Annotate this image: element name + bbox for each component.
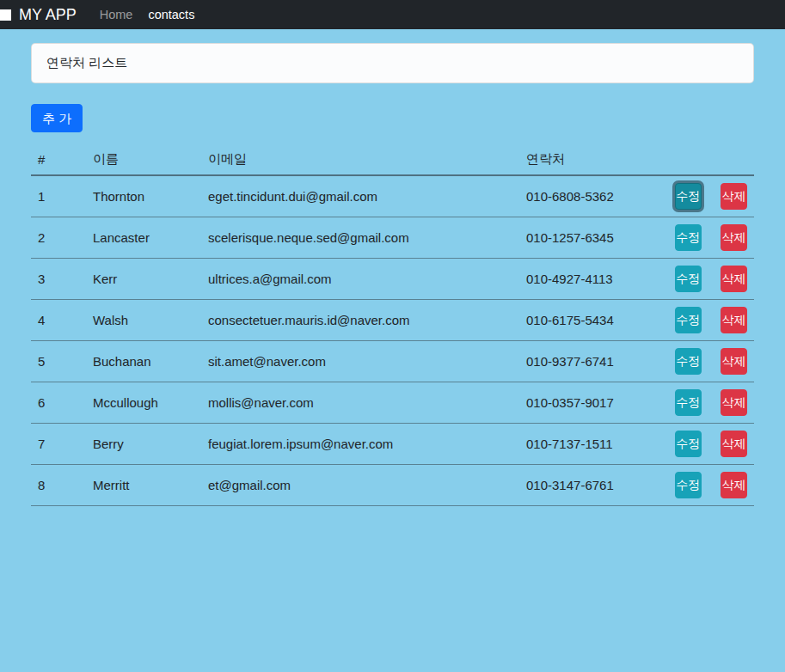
navbar-brand[interactable]: MY APP <box>19 6 77 24</box>
delete-button[interactable]: 삭제 <box>721 307 747 333</box>
row-phone: 010-3147-6761 <box>519 465 663 506</box>
row-email: consectetuer.mauris.id@naver.com <box>201 300 519 341</box>
contacts-table-body: 1 Thornton eget.tincidunt.dui@gmail.com … <box>31 175 754 506</box>
row-name: Walsh <box>86 300 201 341</box>
row-index: 5 <box>31 341 86 382</box>
row-actions: 수정 삭제 <box>663 341 754 382</box>
header-index: # <box>31 144 86 175</box>
row-index: 1 <box>31 175 86 217</box>
main-content: 연락처 리스트 추 가 # 이름 이메일 연락처 1 Thornton eget… <box>0 43 785 506</box>
edit-button[interactable]: 수정 <box>675 224 702 251</box>
row-phone: 010-7137-1511 <box>519 424 663 465</box>
row-phone: 010-4927-4113 <box>519 259 663 300</box>
row-index: 4 <box>31 300 86 341</box>
table-row: 7 Berry feugiat.lorem.ipsum@naver.com 01… <box>31 424 754 465</box>
add-contact-button[interactable]: 추 가 <box>31 104 83 132</box>
contacts-table: # 이름 이메일 연락처 1 Thornton eget.tincidunt.d… <box>31 144 754 506</box>
delete-button[interactable]: 삭제 <box>721 266 747 292</box>
page-title-card: 연락처 리스트 <box>31 43 754 83</box>
table-row: 8 Merritt et@gmail.com 010-3147-6761 수정 … <box>31 465 754 506</box>
row-phone: 010-6808-5362 <box>519 175 663 217</box>
row-actions: 수정 삭제 <box>663 217 754 259</box>
edit-button[interactable]: 수정 <box>675 431 702 457</box>
delete-button[interactable]: 삭제 <box>721 389 747 416</box>
navbar: MY APP Home contacts <box>0 0 785 29</box>
row-email: feugiat.lorem.ipsum@naver.com <box>201 424 519 465</box>
row-index: 7 <box>31 424 86 465</box>
row-email: et@gmail.com <box>201 465 519 506</box>
contacts-table-head: # 이름 이메일 연락처 <box>31 144 754 175</box>
edit-button[interactable]: 수정 <box>675 307 702 333</box>
row-index: 2 <box>31 217 86 259</box>
row-actions: 수정 삭제 <box>663 382 754 424</box>
row-actions: 수정 삭제 <box>663 424 754 465</box>
edit-button[interactable]: 수정 <box>675 389 702 416</box>
row-phone: 010-6175-5434 <box>519 300 663 341</box>
edit-button[interactable]: 수정 <box>675 183 702 210</box>
table-row: 4 Walsh consectetuer.mauris.id@naver.com… <box>31 300 754 341</box>
row-actions: 수정 삭제 <box>663 175 754 217</box>
row-name: Berry <box>86 424 201 465</box>
row-index: 8 <box>31 465 86 506</box>
nav-item-home[interactable]: Home <box>92 4 141 25</box>
header-phone: 연락처 <box>519 144 663 175</box>
header-email: 이메일 <box>201 144 519 175</box>
header-name: 이름 <box>86 144 201 175</box>
row-email: sit.amet@naver.com <box>201 341 519 382</box>
row-name: Thornton <box>86 175 201 217</box>
row-index: 6 <box>31 382 86 424</box>
row-phone: 010-1257-6345 <box>519 217 663 259</box>
nav-item-contacts[interactable]: contacts <box>140 4 202 25</box>
row-name: Mccullough <box>86 382 201 424</box>
edit-button[interactable]: 수정 <box>675 472 702 498</box>
row-actions: 수정 삭제 <box>663 465 754 506</box>
table-row: 3 Kerr ultrices.a@gmail.com 010-4927-411… <box>31 259 754 300</box>
table-row: 6 Mccullough mollis@naver.com 010-0357-9… <box>31 382 754 424</box>
edit-button[interactable]: 수정 <box>675 348 702 375</box>
row-phone: 010-0357-9017 <box>519 382 663 424</box>
row-index: 3 <box>31 259 86 300</box>
row-email: scelerisque.neque.sed@gmail.com <box>201 217 519 259</box>
delete-button[interactable]: 삭제 <box>721 472 747 498</box>
delete-button[interactable]: 삭제 <box>721 431 747 457</box>
row-name: Merritt <box>86 465 201 506</box>
row-name: Lancaster <box>86 217 201 259</box>
row-name: Kerr <box>86 259 201 300</box>
delete-button[interactable]: 삭제 <box>721 348 747 375</box>
table-row: 5 Buchanan sit.amet@naver.com 010-9377-6… <box>31 341 754 382</box>
table-row: 2 Lancaster scelerisque.neque.sed@gmail.… <box>31 217 754 259</box>
row-email: ultrices.a@gmail.com <box>201 259 519 300</box>
row-email: eget.tincidunt.dui@gmail.com <box>201 175 519 217</box>
page-title: 연락처 리스트 <box>46 55 127 70</box>
table-row: 1 Thornton eget.tincidunt.dui@gmail.com … <box>31 175 754 217</box>
delete-button[interactable]: 삭제 <box>721 224 747 251</box>
edit-button[interactable]: 수정 <box>675 266 702 292</box>
row-name: Buchanan <box>86 341 201 382</box>
logo-icon <box>0 9 11 21</box>
row-actions: 수정 삭제 <box>663 300 754 341</box>
row-phone: 010-9377-6741 <box>519 341 663 382</box>
header-actions <box>663 144 754 175</box>
delete-button[interactable]: 삭제 <box>721 183 747 210</box>
row-actions: 수정 삭제 <box>663 259 754 300</box>
row-email: mollis@naver.com <box>201 382 519 424</box>
